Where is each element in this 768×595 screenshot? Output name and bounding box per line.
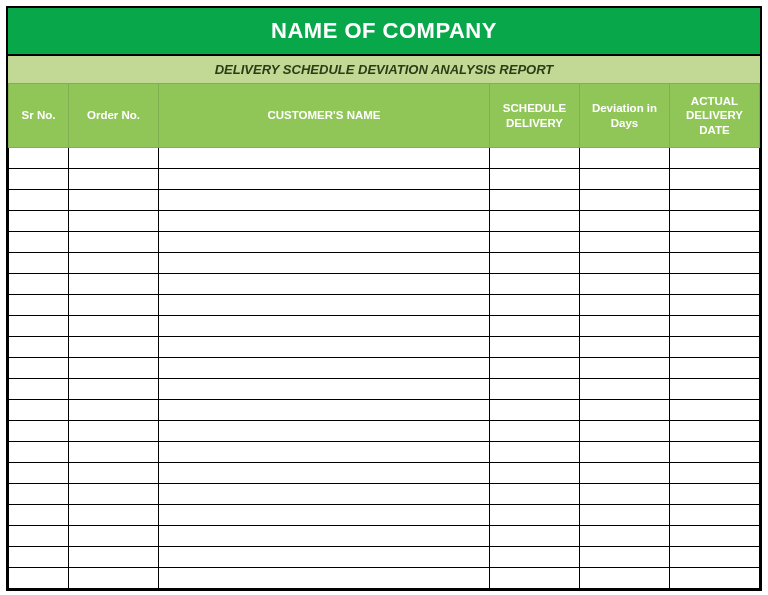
table-cell [580, 211, 670, 232]
table-cell [670, 547, 760, 568]
table-cell [69, 421, 159, 442]
table-cell [670, 190, 760, 211]
table-cell [9, 400, 69, 421]
data-table: Sr No. Order No. CUSTOMER'S NAME SCHEDUL… [8, 83, 760, 589]
table-cell [580, 169, 670, 190]
table-cell [490, 253, 580, 274]
table-cell [670, 526, 760, 547]
table-row [9, 169, 760, 190]
table-cell [580, 547, 670, 568]
col-customer: CUSTOMER'S NAME [159, 84, 490, 148]
table-cell [9, 568, 69, 589]
table-cell [490, 211, 580, 232]
table-cell [159, 295, 490, 316]
table-cell [490, 337, 580, 358]
table-cell [69, 484, 159, 505]
table-cell [670, 169, 760, 190]
table-cell [9, 505, 69, 526]
table-cell [69, 400, 159, 421]
table-cell [159, 232, 490, 253]
col-deviation: Deviation in Days [580, 84, 670, 148]
table-cell [69, 253, 159, 274]
table-cell [9, 316, 69, 337]
table-cell [580, 337, 670, 358]
table-cell [9, 484, 69, 505]
table-cell [670, 463, 760, 484]
table-cell [69, 211, 159, 232]
table-cell [580, 190, 670, 211]
table-cell [159, 568, 490, 589]
table-cell [490, 526, 580, 547]
table-cell [670, 337, 760, 358]
table-row [9, 379, 760, 400]
table-cell [9, 190, 69, 211]
table-cell [670, 568, 760, 589]
table-cell [159, 379, 490, 400]
table-cell [670, 400, 760, 421]
table-cell [159, 253, 490, 274]
table-cell [9, 295, 69, 316]
table-cell [69, 316, 159, 337]
table-cell [490, 442, 580, 463]
table-cell [490, 148, 580, 169]
table-cell [580, 568, 670, 589]
table-row [9, 400, 760, 421]
table-cell [9, 169, 69, 190]
table-cell [9, 211, 69, 232]
table-row [9, 358, 760, 379]
table-cell [69, 526, 159, 547]
table-cell [159, 421, 490, 442]
table-cell [490, 169, 580, 190]
table-cell [69, 274, 159, 295]
table-cell [490, 463, 580, 484]
table-cell [69, 337, 159, 358]
table-cell [580, 295, 670, 316]
table-row [9, 484, 760, 505]
table-cell [490, 295, 580, 316]
table-cell [159, 337, 490, 358]
table-cell [159, 148, 490, 169]
table-cell [670, 442, 760, 463]
table-cell [490, 547, 580, 568]
table-cell [490, 505, 580, 526]
table-cell [69, 148, 159, 169]
table-cell [580, 400, 670, 421]
table-cell [580, 463, 670, 484]
table-cell [9, 232, 69, 253]
table-row [9, 295, 760, 316]
table-cell [159, 526, 490, 547]
table-cell [580, 442, 670, 463]
table-row [9, 253, 760, 274]
table-cell [490, 274, 580, 295]
table-cell [580, 274, 670, 295]
table-cell [670, 316, 760, 337]
table-cell [670, 211, 760, 232]
table-cell [670, 379, 760, 400]
table-cell [69, 190, 159, 211]
table-row [9, 505, 760, 526]
table-body [9, 148, 760, 589]
table-cell [670, 274, 760, 295]
table-cell [159, 190, 490, 211]
table-row [9, 232, 760, 253]
table-cell [9, 337, 69, 358]
table-cell [490, 358, 580, 379]
table-cell [9, 526, 69, 547]
table-cell [670, 253, 760, 274]
table-header-row: Sr No. Order No. CUSTOMER'S NAME SCHEDUL… [9, 84, 760, 148]
report-container: NAME OF COMPANY DELIVERY SCHEDULE DEVIAT… [6, 6, 762, 591]
table-cell [9, 463, 69, 484]
table-cell [580, 379, 670, 400]
table-cell [490, 232, 580, 253]
table-cell [670, 232, 760, 253]
table-cell [69, 295, 159, 316]
table-cell [159, 463, 490, 484]
table-cell [9, 421, 69, 442]
table-cell [670, 421, 760, 442]
col-schedule: SCHEDULE DELIVERY [490, 84, 580, 148]
col-actual: ACTUAL DELIVERY DATE [670, 84, 760, 148]
report-subtitle: DELIVERY SCHEDULE DEVIATION ANALYSIS REP… [8, 54, 760, 83]
table-cell [9, 547, 69, 568]
table-cell [159, 442, 490, 463]
table-row [9, 211, 760, 232]
